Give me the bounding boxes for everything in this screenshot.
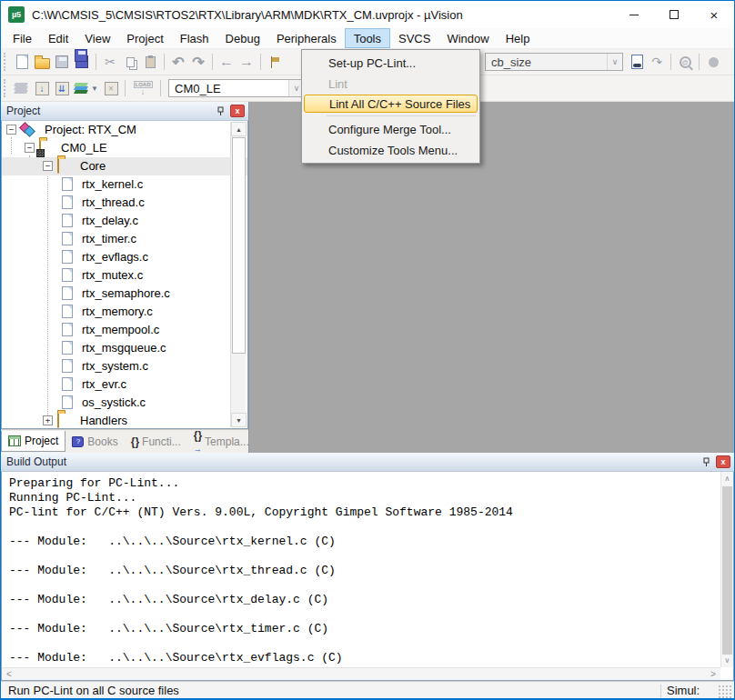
tree-item-cm0-le[interactable]: − CM0_LE: [2, 139, 247, 157]
stop-build-button[interactable]: ×: [101, 78, 121, 98]
file-icon: [62, 250, 73, 264]
build-output-close-button[interactable]: x: [716, 455, 730, 468]
minimize-button[interactable]: [614, 1, 654, 28]
scroll-right-icon[interactable]: >: [707, 668, 720, 680]
file-icon: [62, 232, 73, 245]
menu-item-configure-merge-tool[interactable]: Configure Merge Tool...: [304, 119, 478, 139]
tab-books[interactable]: ? Books: [65, 431, 124, 452]
collapse-icon[interactable]: −: [6, 125, 16, 135]
expand-icon[interactable]: +: [43, 415, 53, 425]
menu-svcs[interactable]: SVCS: [390, 28, 438, 48]
tree-item-rtx-memory[interactable]: rtx_memory.c: [2, 303, 247, 321]
tree-item-rtx-system[interactable]: rtx_system.c: [2, 357, 247, 375]
menu-project[interactable]: Project: [118, 28, 171, 48]
project-tree-scrollbar[interactable]: ▲ ▼: [230, 122, 246, 427]
tree-item-rtx-msgqueue[interactable]: rtx_msgqueue.c: [2, 339, 247, 357]
resize-grip[interactable]: [718, 685, 732, 699]
undo-button[interactable]: ↶: [168, 52, 188, 72]
file-icon: [62, 359, 73, 373]
project-tree: − Project: RTX_CM − CM0_LE − Core rtx_ke…: [1, 121, 248, 429]
new-file-icon: [16, 55, 28, 69]
tree-item-rtx-kernel[interactable]: rtx_kernel.c: [2, 175, 247, 194]
minimize-icon: [629, 15, 639, 15]
incremental-find-button[interactable]: ↷: [647, 52, 667, 72]
navigate-forward-button[interactable]: →: [237, 52, 257, 72]
tree-item-rtx-mutex[interactable]: rtx_mutex.c: [2, 266, 247, 285]
tree-item-handlers[interactable]: + Handlers: [2, 412, 247, 429]
tree-item-rtx-evr[interactable]: rtx_evr.c: [2, 375, 247, 394]
project-panel-close-button[interactable]: x: [230, 105, 245, 117]
new-file-button[interactable]: [12, 52, 32, 72]
download-button[interactable]: LOAD ↓: [129, 78, 156, 98]
save-all-button[interactable]: [72, 52, 92, 72]
toolbar-separator: [164, 54, 165, 70]
scroll-left-icon[interactable]: <: [3, 668, 15, 680]
find-combobox[interactable]: cb_size ∨: [485, 53, 623, 71]
file-icon: [62, 395, 73, 409]
menu-flash[interactable]: Flash: [172, 28, 217, 48]
scroll-up-icon[interactable]: ▲: [231, 122, 247, 136]
tree-item-project-root[interactable]: − Project: RTX_CM: [2, 121, 247, 139]
tree-item-os-systick[interactable]: os_systick.c: [2, 394, 247, 412]
menu-item-lint-all-sources[interactable]: Lint All C/C++ Source Files: [304, 95, 478, 113]
paste-icon: [146, 56, 156, 68]
tree-item-rtx-thread[interactable]: rtx_thread.c: [2, 194, 247, 212]
target-selector-combobox[interactable]: CM0_LE ∨: [168, 79, 305, 97]
tab-functions[interactable]: {} Functi...: [125, 431, 187, 452]
build-output-vscrollbar[interactable]: ∧ ∨: [720, 472, 733, 667]
menu-item-customize-tools-menu[interactable]: Customize Tools Menu...: [304, 140, 478, 160]
translate-button[interactable]: [12, 78, 32, 98]
copy-button[interactable]: [120, 52, 140, 72]
search-button[interactable]: @: [675, 52, 695, 72]
menu-peripherals[interactable]: Peripherals: [268, 28, 345, 48]
redo-button[interactable]: ↷: [188, 52, 208, 72]
breakpoint-button[interactable]: [703, 52, 723, 72]
menu-item-setup-pc-lint[interactable]: Set-up PC-Lint...: [304, 53, 478, 73]
bookmark-button[interactable]: [265, 52, 285, 72]
navigate-back-button[interactable]: ←: [216, 52, 237, 72]
find-in-files-button[interactable]: [627, 52, 647, 72]
batch-build-caret-icon[interactable]: ▼: [91, 85, 98, 93]
collapse-icon[interactable]: −: [43, 161, 53, 171]
tree-item-rtx-delay[interactable]: rtx_delay.c: [2, 212, 247, 230]
scroll-down-icon[interactable]: ▼: [231, 413, 247, 427]
menu-help[interactable]: Help: [498, 28, 539, 48]
build-button[interactable]: ↓: [32, 78, 52, 98]
menu-file[interactable]: File: [5, 28, 40, 48]
file-icon: [62, 341, 73, 355]
cut-button[interactable]: ✂: [100, 52, 120, 72]
tree-item-rtx-evflags[interactable]: rtx_evflags.c: [2, 248, 247, 266]
scrollbar-thumb[interactable]: [232, 137, 246, 354]
tree-item-rtx-timer[interactable]: rtx_timer.c: [2, 230, 247, 248]
build-output-header: Build Output x: [1, 453, 734, 472]
menu-item-lint: Lint: [304, 74, 478, 94]
rebuild-button[interactable]: ⇊: [52, 78, 72, 98]
tab-project[interactable]: Project: [1, 431, 65, 452]
open-file-button[interactable]: [32, 52, 52, 72]
paste-button[interactable]: [140, 52, 160, 72]
pin-button[interactable]: [699, 455, 713, 469]
toolbar-grip[interactable]: [4, 79, 6, 97]
close-button[interactable]: ×: [694, 1, 734, 28]
menu-edit[interactable]: Edit: [40, 28, 76, 48]
menu-window[interactable]: Window: [438, 28, 497, 48]
tree-item-core[interactable]: − Core: [2, 157, 247, 175]
save-button[interactable]: [52, 52, 72, 72]
pin-button[interactable]: [213, 105, 227, 118]
tree-item-rtx-mempool[interactable]: rtx_mempool.c: [2, 321, 247, 339]
scroll-down-icon[interactable]: ∨: [721, 655, 733, 666]
scrollbar-thumb[interactable]: [722, 486, 732, 655]
batch-build-button[interactable]: ▼: [72, 78, 101, 98]
tab-templates[interactable]: {}→ Templa...: [187, 431, 256, 452]
collapse-icon[interactable]: −: [25, 143, 35, 153]
menu-view[interactable]: View: [76, 28, 118, 48]
scroll-up-icon[interactable]: ∧: [721, 473, 733, 485]
menu-tools[interactable]: Tools: [345, 28, 390, 48]
build-output-hscrollbar[interactable]: < >: [2, 667, 720, 680]
tree-item-rtx-semaphore[interactable]: rtx_semaphore.c: [2, 285, 247, 303]
find-combobox-arrow-icon[interactable]: ∨: [607, 54, 622, 70]
menu-debug[interactable]: Debug: [217, 28, 268, 48]
maximize-button[interactable]: [654, 1, 694, 28]
toolbar-grip[interactable]: [4, 53, 6, 71]
file-icon: [62, 177, 73, 191]
